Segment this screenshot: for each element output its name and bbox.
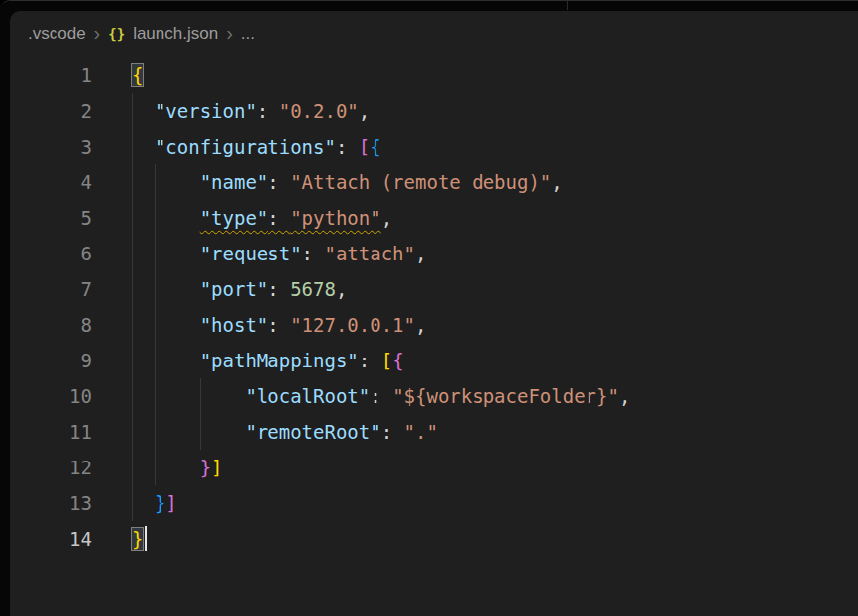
line-number[interactable]: 8	[10, 307, 132, 343]
vscode-window: .vscode › {} launch.json › ... 1{2 "vers…	[0, 0, 858, 616]
line-content: "name": "Attach (remote debug)",	[132, 164, 858, 200]
code-line[interactable]: 4 "name": "Attach (remote debug)",	[10, 164, 858, 200]
code-token: ,	[415, 243, 426, 264]
code-token: :	[268, 171, 290, 193]
code-area[interactable]: 1{2 "version": "0.2.0",3 "configurations…	[10, 57, 858, 557]
code-token	[132, 492, 155, 514]
line-number[interactable]: 13	[10, 485, 132, 521]
code-token: "host"	[200, 314, 268, 336]
line-number[interactable]: 2	[10, 93, 132, 129]
line-content: "pathMappings": [{	[132, 343, 858, 378]
code-line[interactable]: 14}	[10, 521, 858, 557]
code-line[interactable]: 6 "request": "attach",	[10, 236, 858, 271]
code-line[interactable]: 5 "type": "python",	[10, 200, 858, 236]
code-token: {	[132, 64, 143, 86]
code-token: }	[132, 528, 143, 550]
code-token: :	[257, 100, 279, 122]
line-number[interactable]: 12	[10, 450, 132, 485]
code-token: "type"	[200, 207, 268, 229]
code-token	[132, 100, 155, 122]
line-number[interactable]: 9	[10, 343, 132, 378]
tab-separator	[567, 1, 568, 10]
line-content: "configurations": [{	[132, 129, 858, 164]
code-token: "127.0.0.1"	[290, 314, 415, 336]
code-line[interactable]: 12 }]	[10, 450, 858, 485]
code-token: "python"	[290, 207, 381, 229]
code-token	[132, 136, 155, 157]
code-token: :	[302, 243, 325, 264]
code-line[interactable]: 2 "version": "0.2.0",	[10, 93, 858, 129]
code-token: }	[200, 457, 211, 478]
code-token	[132, 314, 200, 336]
code-token	[132, 243, 200, 264]
code-token: "remoteRoot"	[245, 421, 380, 443]
json-file-icon: {}	[108, 26, 125, 42]
code-token: 5678	[290, 278, 336, 300]
code-line[interactable]: 10 "localRoot": "${workspaceFolder}",	[10, 378, 858, 414]
line-content: "localRoot": "${workspaceFolder}",	[132, 378, 858, 414]
code-token	[132, 385, 245, 407]
code-line[interactable]: 3 "configurations": [{	[10, 129, 858, 164]
code-token	[132, 171, 200, 193]
line-number[interactable]: 11	[10, 414, 132, 450]
code-token: :	[268, 207, 290, 229]
code-line[interactable]: 9 "pathMappings": [{	[10, 343, 858, 378]
line-content: "port": 5678,	[132, 271, 858, 307]
breadcrumb-folder[interactable]: .vscode	[28, 24, 86, 44]
code-token: "."	[404, 421, 438, 443]
line-number[interactable]: 3	[10, 129, 132, 164]
code-token: :	[359, 350, 381, 371]
line-number[interactable]: 6	[10, 236, 132, 271]
code-token: "version"	[155, 100, 257, 122]
code-token	[132, 207, 200, 229]
code-line[interactable]: 11 "remoteRoot": "."	[10, 414, 858, 450]
code-line[interactable]: 8 "host": "127.0.0.1",	[10, 307, 858, 343]
line-content: "type": "python",	[132, 200, 858, 236]
line-content: "host": "127.0.0.1",	[132, 307, 858, 343]
line-content: }]	[132, 485, 858, 521]
code-token: [	[381, 350, 392, 371]
code-token: :	[268, 314, 290, 336]
breadcrumb: .vscode › {} launch.json › ...	[10, 19, 858, 49]
code-token: ]	[165, 492, 176, 514]
chevron-right-icon: ›	[226, 23, 233, 43]
code-token: "0.2.0"	[279, 100, 359, 122]
code-token	[132, 278, 200, 300]
code-token: :	[336, 136, 359, 157]
code-line[interactable]: 1{	[10, 57, 858, 93]
code-line[interactable]: 13 }]	[10, 485, 858, 521]
line-number[interactable]: 10	[10, 378, 132, 414]
code-line[interactable]: 7 "port": 5678,	[10, 271, 858, 307]
code-token: {	[392, 350, 403, 371]
line-content: "version": "0.2.0",	[132, 93, 858, 129]
line-content: "request": "attach",	[132, 236, 858, 271]
code-token	[132, 457, 200, 478]
code-token: :	[370, 385, 392, 407]
titlebar	[0, 1, 858, 11]
line-content: }]	[132, 450, 858, 485]
line-number[interactable]: 7	[10, 271, 132, 307]
code-token: ,	[336, 278, 347, 300]
code-token: ,	[619, 385, 630, 407]
code-token: ,	[415, 314, 426, 336]
line-number[interactable]: 1	[10, 57, 132, 93]
breadcrumb-symbol[interactable]: ...	[241, 24, 255, 44]
code-token: "configurations"	[155, 136, 336, 157]
line-number[interactable]: 5	[10, 200, 132, 236]
code-token: :	[268, 278, 290, 300]
editor-panel: .vscode › {} launch.json › ... 1{2 "vers…	[10, 11, 858, 616]
code-token: ,	[381, 207, 392, 229]
breadcrumb-file[interactable]: launch.json	[133, 24, 218, 44]
code-token: ,	[551, 171, 562, 193]
line-content: "remoteRoot": "."	[132, 414, 858, 450]
code-token: "attach"	[324, 243, 415, 264]
line-number[interactable]: 4	[10, 164, 132, 200]
code-token: {	[370, 136, 380, 157]
code-token: "pathMappings"	[200, 350, 359, 371]
line-number[interactable]: 14	[10, 521, 132, 557]
code-token	[132, 421, 245, 443]
text-cursor	[145, 526, 147, 551]
code-token: "name"	[200, 171, 268, 193]
code-token: "Attach (remote debug)"	[290, 171, 551, 193]
code-token: }	[155, 492, 165, 514]
